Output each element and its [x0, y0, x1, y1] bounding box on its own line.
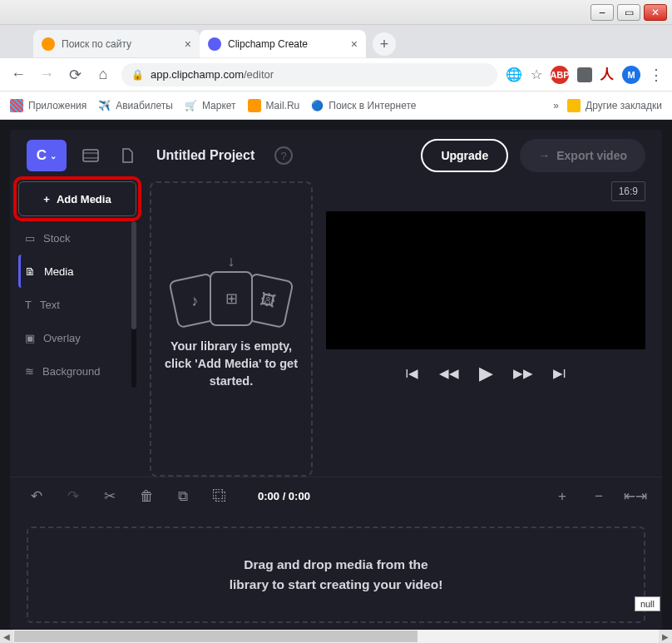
arrow-right-icon: →	[538, 149, 550, 162]
home-button[interactable]: ⌂	[93, 65, 113, 85]
window-titlebar: – ▭ ✕	[0, 0, 672, 25]
browser-tab-strip: Поиск по сайту × Clipchamp Create × +	[0, 25, 672, 58]
overlay-icon: ▣	[25, 332, 35, 344]
lock-icon: 🔒	[131, 69, 144, 81]
window-minimize-button[interactable]: –	[590, 4, 614, 21]
bookmarks-bar: Приложения ✈️Авиабилеты 🛒Маркет Mail.Ru …	[0, 92, 672, 120]
skip-start-button[interactable]: I◀	[405, 363, 418, 384]
timeline-time: 0:00 / 0:00	[258, 490, 310, 502]
tab-title: Clipchamp Create	[228, 38, 344, 50]
null-tooltip: null	[635, 596, 660, 611]
export-video-button[interactable]: → Export video	[520, 139, 645, 172]
bookmark-avia[interactable]: ✈️Авиабилеты	[98, 100, 173, 111]
cart-icon: 🛒	[185, 100, 197, 111]
cut-button[interactable]: ✂	[100, 487, 120, 505]
file-icon: 🗎	[25, 265, 36, 278]
sidebar-item-label: Media	[44, 265, 73, 278]
help-button[interactable]: ?	[274, 146, 293, 165]
translate-icon[interactable]: 🌐	[506, 67, 522, 82]
svg-rect-0	[83, 150, 98, 161]
scroll-left-arrow[interactable]: ◀	[0, 630, 13, 643]
forward-button[interactable]: ▶▶	[513, 363, 533, 384]
bookmark-apps[interactable]: Приложения	[10, 99, 86, 112]
rewind-button[interactable]: ◀◀	[439, 363, 459, 384]
stock-icon: ▭	[25, 232, 35, 245]
sidebar-item-label: Stock	[43, 232, 71, 245]
video-icon[interactable]	[78, 143, 103, 168]
sidebar-item-background[interactable]: ≋ Background	[18, 354, 126, 388]
bookmark-star-icon[interactable]: ☆	[531, 67, 542, 82]
scrollbar-thumb[interactable]	[14, 631, 418, 642]
sidebar-item-stock[interactable]: ▭ Stock	[18, 221, 126, 255]
tab-title: Поиск по сайту	[62, 38, 178, 50]
library-empty-text: Your library is empty, click 'Add Media'…	[165, 338, 298, 390]
browser-toolbar: ← → ⟳ ⌂ 🔒 app.clipchamp.com/editor 🌐 ☆ A…	[0, 58, 672, 92]
bookmark-market[interactable]: 🛒Маркет	[185, 100, 236, 111]
aspect-ratio-button[interactable]: 16:9	[611, 181, 645, 201]
timeline-dropzone[interactable]: Drag and drop media from the library to …	[27, 527, 645, 623]
tab-close-icon[interactable]: ×	[351, 37, 358, 51]
playback-controls: I◀ ◀◀ ▶ ▶▶ ▶I	[326, 359, 645, 388]
sidebar-item-label: Text	[40, 299, 60, 311]
forward-button[interactable]: →	[37, 65, 57, 85]
media-library-dropzone[interactable]: ↓ ♪ ⊞ 🖼 Your library is empty, click 'Ad…	[150, 181, 313, 477]
bookmark-search[interactable]: 🔵Поиск в Интернете	[311, 100, 416, 111]
video-preview[interactable]	[326, 211, 645, 349]
scrollbar-thumb[interactable]	[131, 221, 136, 329]
sidebar-scrollbar[interactable]	[131, 221, 136, 388]
sidebar-item-label: Background	[42, 365, 100, 378]
skip-end-button[interactable]: ▶I	[553, 363, 566, 384]
preview-panel: 16:9 I◀ ◀◀ ▶ ▶▶ ▶I	[326, 181, 645, 477]
mail-icon	[248, 99, 261, 112]
window-close-button[interactable]: ✕	[644, 4, 667, 21]
address-bar[interactable]: 🔒 app.clipchamp.com/editor	[121, 63, 497, 87]
favicon-icon	[208, 37, 221, 51]
bookmark-mail[interactable]: Mail.Ru	[248, 99, 300, 112]
back-button[interactable]: ←	[8, 65, 28, 85]
layers-icon: ≋	[25, 365, 34, 378]
fit-button[interactable]: ⇤⇥	[625, 487, 645, 505]
folder-icon	[567, 99, 581, 112]
profile-avatar[interactable]: M	[622, 66, 640, 84]
plane-icon: ✈️	[98, 100, 111, 111]
extension-icon[interactable]	[577, 67, 592, 82]
new-tab-button[interactable]: +	[373, 32, 396, 56]
browser-menu-button[interactable]: ⋮	[649, 66, 664, 84]
globe-icon: 🔵	[311, 100, 324, 111]
tab-close-icon[interactable]: ×	[185, 37, 191, 51]
upgrade-button[interactable]: Upgrade	[421, 139, 508, 172]
app-logo-menu[interactable]: C⌄	[27, 140, 67, 171]
duplicate-button[interactable]: ⿻	[210, 488, 230, 505]
file-icon[interactable]	[115, 143, 140, 168]
play-button[interactable]: ▶	[479, 363, 493, 384]
bookmark-other[interactable]: Другие закладки	[567, 99, 662, 112]
zoom-out-button[interactable]: −	[589, 488, 609, 505]
timeline-toolbar: ↶ ↷ ✂ 🗑 ⧉ ⿻ 0:00 / 0:00 + − ⇤⇥	[10, 477, 662, 515]
adblock-extension-icon[interactable]: ABP	[551, 66, 569, 84]
reload-button[interactable]: ⟳	[65, 65, 85, 85]
plus-icon: +	[43, 193, 50, 205]
favicon-icon	[42, 37, 55, 51]
scroll-right-arrow[interactable]: ▶	[659, 630, 672, 643]
sidebar-item-text[interactable]: T Text	[18, 288, 126, 321]
browser-tab-2[interactable]: Clipchamp Create ×	[200, 30, 366, 58]
bookmarks-overflow[interactable]: »	[553, 100, 559, 111]
sidebar-item-label: Overlay	[43, 332, 81, 344]
sidebar-item-media[interactable]: 🗎 Media	[18, 255, 126, 288]
extension-pdf-icon[interactable]: 人	[600, 66, 614, 83]
redo-button[interactable]: ↷	[63, 487, 83, 505]
browser-tab-1[interactable]: Поиск по сайту ×	[33, 30, 200, 58]
horizontal-scrollbar[interactable]: ◀ ▶	[0, 630, 672, 643]
video-card-icon: ⊞	[210, 271, 253, 326]
sidebar-item-overlay[interactable]: ▣ Overlay	[18, 321, 126, 354]
project-title[interactable]: Untitled Project	[156, 148, 254, 163]
delete-button[interactable]: 🗑	[136, 488, 156, 505]
text-icon: T	[25, 299, 32, 311]
copy-button[interactable]: ⧉	[173, 488, 193, 505]
zoom-in-button[interactable]: +	[552, 488, 572, 505]
add-media-button[interactable]: + Add Media	[18, 181, 136, 216]
window-maximize-button[interactable]: ▭	[617, 4, 640, 21]
app-header: C⌄ Untitled Project ? Upgrade → Export v…	[10, 130, 662, 181]
url-text: app.clipchamp.com/editor	[151, 68, 274, 81]
undo-button[interactable]: ↶	[27, 487, 47, 505]
